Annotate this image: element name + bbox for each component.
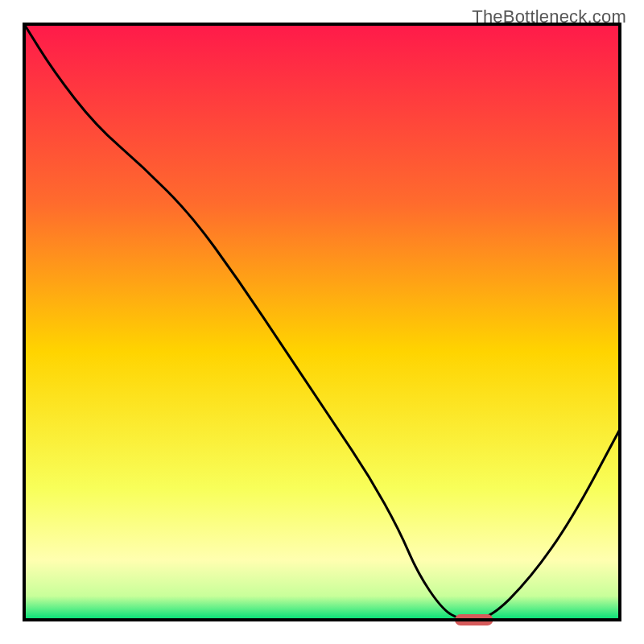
gradient-background	[24, 24, 620, 620]
bottleneck-chart	[0, 0, 644, 644]
chart-container: { "attribution": "TheBottleneck.com", "c…	[0, 0, 644, 644]
